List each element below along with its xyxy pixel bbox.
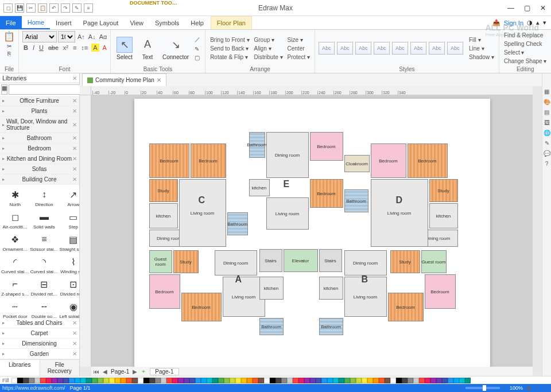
qa-open-icon[interactable]: ◻ xyxy=(3,3,13,13)
font-size-select[interactable]: 10 xyxy=(58,31,75,42)
color-swatch[interactable] xyxy=(304,378,310,383)
style-swatch[interactable]: Abc xyxy=(374,42,390,55)
color-swatch[interactable] xyxy=(195,378,201,383)
zoom-in-icon[interactable]: + xyxy=(503,385,506,391)
zoom-out-icon[interactable]: − xyxy=(459,385,461,391)
cut-icon[interactable]: ✂ xyxy=(7,43,11,49)
color-swatch[interactable] xyxy=(385,378,390,383)
full-screen-icon[interactable]: ⛶ xyxy=(544,385,549,391)
color-swatch[interactable] xyxy=(46,378,52,383)
window-close-icon[interactable]: ✕ xyxy=(535,1,551,15)
color-swatch[interactable] xyxy=(172,378,178,383)
select-tool[interactable]: ↖Select xyxy=(114,34,135,63)
color-swatch[interactable] xyxy=(453,378,459,383)
find-replace-button[interactable]: Find & Replace xyxy=(503,32,548,39)
color-swatch[interactable] xyxy=(379,378,385,383)
color-swatch[interactable] xyxy=(189,378,195,383)
lib-tab-file-recovery[interactable]: File Recovery xyxy=(40,360,80,376)
menu-tab-home[interactable]: Home xyxy=(22,16,50,29)
color-swatch[interactable] xyxy=(362,378,367,383)
line-spacing-icon[interactable]: ↕≡ xyxy=(80,44,89,52)
lib-category[interactable]: Bathroom✕ xyxy=(0,133,79,143)
lib-cat-close-icon[interactable]: ✕ xyxy=(72,156,77,162)
color-swatch[interactable] xyxy=(11,378,17,383)
page-tab[interactable]: Page-1 xyxy=(150,368,179,375)
color-swatch[interactable] xyxy=(402,378,408,383)
color-swatch[interactable] xyxy=(34,378,40,383)
qa-paint-icon[interactable]: ✎ xyxy=(72,3,82,13)
comment-icon[interactable]: 💬 xyxy=(543,149,551,157)
format-icon[interactable]: ▦ xyxy=(543,87,551,95)
menu-tab-symbols[interactable]: Symbols xyxy=(149,16,185,29)
window-minimize-icon[interactable]: — xyxy=(503,1,519,15)
color-swatch[interactable] xyxy=(103,378,109,383)
lib-cat-close-icon[interactable]: ✕ xyxy=(72,351,77,357)
pencil-tool-icon[interactable]: ✎ xyxy=(193,45,201,53)
user-icon[interactable]: ◑ xyxy=(527,19,533,26)
color-swatch[interactable] xyxy=(396,378,402,383)
image-icon[interactable]: 🖼 xyxy=(543,118,551,126)
ribbon-min-icon[interactable]: ▴ xyxy=(536,19,540,26)
sign-in-link[interactable]: Sign In xyxy=(504,20,523,26)
color-swatch[interactable] xyxy=(339,378,344,383)
strike-button[interactable]: abc xyxy=(47,44,60,52)
menu-tab-insert[interactable]: Insert xyxy=(50,16,77,29)
share-icon[interactable]: 📤 xyxy=(492,19,500,26)
ribbon-options-icon[interactable]: ▾ xyxy=(543,19,546,26)
shape-item[interactable]: ⌐Z-shaped s… xyxy=(1,277,29,298)
color-swatch[interactable] xyxy=(258,378,264,383)
color-swatch[interactable] xyxy=(241,378,247,383)
spell-check-button[interactable]: Spelling Check xyxy=(503,40,548,48)
color-swatch[interactable] xyxy=(224,378,230,383)
shape-item[interactable]: ↗Arrow xyxy=(59,187,79,208)
color-swatch[interactable] xyxy=(40,378,46,383)
qa-save-icon[interactable]: 💾 xyxy=(15,3,24,13)
color-swatch[interactable] xyxy=(121,378,126,383)
lib-category[interactable]: Sofas✕ xyxy=(0,164,79,174)
font-shrink-icon[interactable]: A↓ xyxy=(87,31,97,42)
size-button[interactable]: Size ▾ xyxy=(286,36,311,44)
color-swatch[interactable] xyxy=(184,378,189,383)
align-button[interactable]: Align ▾ xyxy=(253,45,284,52)
color-swatch[interactable] xyxy=(448,378,453,383)
style-swatch[interactable]: Abc xyxy=(392,42,408,55)
color-swatch[interactable] xyxy=(143,378,149,383)
font-name-select[interactable]: Arial xyxy=(22,31,57,42)
style-swatch[interactable]: Abc xyxy=(337,42,353,55)
zoom-slider[interactable] xyxy=(465,387,500,389)
color-swatch[interactable] xyxy=(149,378,155,383)
shape-item[interactable]: ◻Air-conditi… xyxy=(1,209,29,231)
style-swatch[interactable]: Abc xyxy=(447,42,463,55)
shape-item[interactable]: ≡Scissor stai… xyxy=(30,232,58,253)
lib-category[interactable]: Kitchen and Dining Room✕ xyxy=(0,154,79,164)
globe-icon[interactable]: 🌐 xyxy=(543,129,551,137)
color-swatch[interactable] xyxy=(425,378,430,383)
shape-item[interactable]: ╌Double po… xyxy=(30,299,58,318)
add-page-icon[interactable]: ＋ xyxy=(141,367,146,375)
color-swatch[interactable] xyxy=(281,378,287,383)
line-tool-icon[interactable]: ／ xyxy=(193,35,201,44)
color-swatch[interactable] xyxy=(29,378,34,383)
color-swatch[interactable] xyxy=(98,378,103,383)
color-swatch[interactable] xyxy=(287,378,293,383)
style-swatch[interactable]: Abc xyxy=(319,42,335,55)
paste-icon[interactable]: 📋 xyxy=(3,31,15,42)
color-swatch[interactable] xyxy=(270,378,276,383)
theme-icon[interactable]: 🎨 xyxy=(543,98,551,106)
color-swatch[interactable] xyxy=(75,378,80,383)
lib-picker-icon[interactable]: ▦ xyxy=(1,84,7,95)
lib-category[interactable]: Wall, Door, Window and Structure✕ xyxy=(0,117,79,133)
color-swatch[interactable] xyxy=(333,378,339,383)
color-swatch[interactable] xyxy=(373,378,379,383)
color-swatch[interactable] xyxy=(115,378,121,383)
shape-item[interactable]: ❖Ornament… xyxy=(1,232,29,253)
lib-category[interactable]: Office Furniture✕ xyxy=(0,96,79,106)
color-swatch[interactable] xyxy=(253,378,258,383)
color-swatch[interactable] xyxy=(132,378,138,383)
center-button[interactable]: Center xyxy=(286,45,311,52)
lib-category[interactable]: Dimensioning✕ xyxy=(0,339,79,349)
first-page-icon[interactable]: ⏮ xyxy=(94,368,99,375)
prev-page-icon[interactable]: ◀ xyxy=(103,368,107,375)
color-swatch[interactable] xyxy=(413,378,419,383)
color-swatch[interactable] xyxy=(293,378,298,383)
